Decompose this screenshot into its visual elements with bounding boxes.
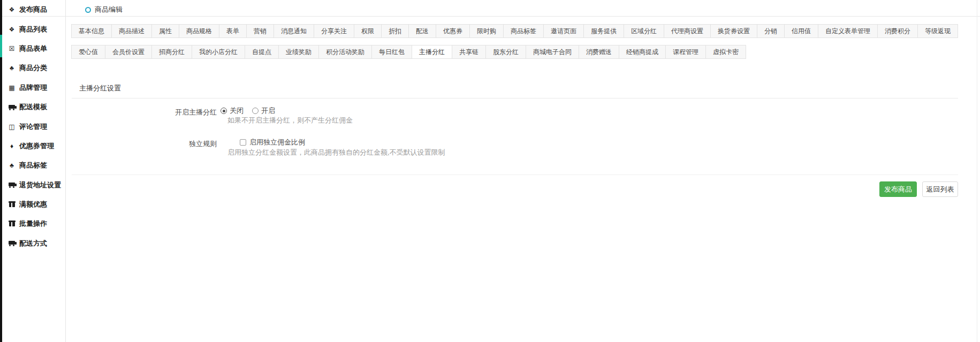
tab-item[interactable]: 消费赠送: [579, 45, 619, 59]
sidebar-item-label: 品牌管理: [19, 83, 47, 93]
footer-divider: [72, 174, 958, 175]
sidebar-item-coupon-management[interactable]: ♦优惠券管理: [2, 136, 65, 156]
tab-item[interactable]: 属性: [151, 24, 179, 38]
radio-option-open[interactable]: 开启: [252, 106, 275, 116]
sidebar-item-shipping-method[interactable]: 配送方式: [2, 234, 65, 253]
sidebar-item-label: 商品列表: [19, 25, 47, 34]
tab-item[interactable]: 自定义表单管理: [818, 24, 878, 38]
sidebar-item-label: 评论管理: [19, 122, 47, 132]
file-excel-icon: ☒: [8, 45, 16, 52]
sidebar-menu: ❖发布商品❖商品列表☒商品表单♣商品分类▦品牌管理配送模板◫评论管理♦优惠券管理…: [2, 0, 65, 253]
sidebar-item-full-discount[interactable]: 满额优惠: [2, 195, 65, 214]
section-title: 主播分红设置: [79, 83, 121, 93]
anchor-dividend-label: 开启主播分红: [72, 108, 217, 117]
radio-close-label[interactable]: 关闭: [230, 106, 244, 116]
tab-item[interactable]: 优惠券: [436, 24, 470, 38]
tab-item[interactable]: 代理商设置: [664, 24, 711, 38]
tab-item[interactable]: 爱心值: [71, 45, 105, 59]
cubes-icon: ❖: [8, 26, 16, 33]
independent-commission-checkbox-label[interactable]: 启用独立佣金比例: [249, 138, 305, 147]
tab-item[interactable]: 邀请页面: [543, 24, 584, 38]
gift-icon: [8, 221, 16, 226]
radio-open-icon[interactable]: [252, 108, 259, 114]
tab-item[interactable]: 课程管理: [665, 45, 706, 59]
tab-item[interactable]: 共享链: [452, 45, 486, 59]
sidebar-item-batch-operation[interactable]: 批量操作: [2, 214, 65, 233]
sidebar-item-label: 优惠券管理: [19, 141, 54, 151]
sidebar-item-label: 发布商品: [19, 5, 47, 14]
tab-item[interactable]: 会员价设置: [105, 45, 152, 59]
circle-status-icon: [85, 7, 91, 13]
radio-close-icon[interactable]: [221, 108, 227, 114]
tab-item[interactable]: 商品描述: [111, 24, 152, 38]
independent-rule-help: 启用独立分红金额设置，此商品拥有独自的分红金额,不受默认设置限制: [227, 148, 445, 157]
briefcase-icon: ▦: [8, 84, 16, 92]
tab-item[interactable]: 等级返现: [917, 24, 958, 38]
sidebar-item-product-tags[interactable]: ♣商品标签: [2, 156, 65, 175]
sidebar: ❖发布商品❖商品列表☒商品表单♣商品分类▦品牌管理配送模板◫评论管理♦优惠券管理…: [2, 0, 66, 342]
anchor-dividend-radio-group: 关闭 开启: [221, 106, 275, 116]
tab-item[interactable]: 折扣: [381, 24, 409, 38]
tab-item[interactable]: 营销: [246, 24, 274, 38]
gift-icon: [8, 202, 16, 207]
page-title: 商品编辑: [95, 5, 123, 14]
sidebar-item-label: 批量操作: [19, 219, 47, 229]
columns-icon: ◫: [8, 123, 16, 131]
tab-item[interactable]: 虚拟卡密: [705, 45, 746, 59]
tab-item[interactable]: 消息通知: [274, 24, 314, 38]
independent-rule-label: 独立规则: [72, 139, 217, 149]
sidebar-item-label: 商品表单: [19, 44, 47, 54]
tab-item-active[interactable]: 主播分红: [412, 45, 452, 59]
truck-icon: [8, 184, 16, 186]
sidebar-item-shipping-template[interactable]: 配送模板: [2, 97, 65, 117]
tab-item[interactable]: 经销商提成: [619, 45, 666, 59]
sidebar-item-label: 配送方式: [19, 239, 47, 248]
tab-item[interactable]: 服务提供: [583, 24, 624, 38]
tab-item[interactable]: 商城电子合同: [526, 45, 579, 59]
tab-item[interactable]: 我的小店分红: [192, 45, 245, 59]
tab-item[interactable]: 招商分红: [151, 45, 192, 59]
tab-item[interactable]: 商品标签: [503, 24, 544, 38]
sidebar-item-product-list[interactable]: ❖商品列表: [2, 19, 65, 39]
sidebar-item-return-address[interactable]: 退货地址设置: [2, 176, 65, 195]
independent-commission-checkbox[interactable]: [240, 139, 246, 146]
tab-item[interactable]: 限时购: [469, 24, 504, 38]
sidebar-item-review-management[interactable]: ◫评论管理: [2, 117, 65, 136]
sidebar-item-label: 商品分类: [19, 63, 47, 73]
cubes-icon: ❖: [8, 6, 16, 13]
sidebar-item-brand-management[interactable]: ▦品牌管理: [2, 78, 65, 97]
radio-open-label[interactable]: 开启: [261, 106, 275, 116]
tab-item[interactable]: 每日红包: [371, 45, 412, 59]
back-to-list-button[interactable]: 返回列表: [922, 181, 958, 197]
tab-item[interactable]: 分销: [757, 24, 785, 38]
sitemap-icon: ♣: [8, 162, 16, 169]
tab-item[interactable]: 表单: [219, 24, 247, 38]
tab-item[interactable]: 分享关注: [314, 24, 354, 38]
tab-item[interactable]: 自提点: [245, 45, 279, 59]
sidebar-item-label: 配送模板: [19, 102, 47, 112]
tab-item[interactable]: 配送: [408, 24, 436, 38]
tab-item[interactable]: 权限: [354, 24, 382, 38]
tab-item[interactable]: 信用值: [784, 24, 818, 38]
tab-item[interactable]: 换货券设置: [710, 24, 757, 38]
sidebar-item-label: 商品标签: [19, 161, 47, 170]
tab-item[interactable]: 商品规格: [179, 24, 219, 38]
tab-item[interactable]: 业绩奖励: [278, 45, 319, 59]
sidebar-item-label: 退货地址设置: [19, 180, 61, 190]
sidebar-item-product-category[interactable]: ♣商品分类: [2, 58, 65, 78]
publish-product-button[interactable]: 发布商品: [879, 181, 917, 197]
header-divider: [2, 16, 980, 17]
sidebar-item-product-form[interactable]: ☒商品表单: [2, 39, 65, 58]
radio-option-close[interactable]: 关闭: [221, 106, 244, 116]
tab-item[interactable]: 基本信息: [71, 24, 112, 38]
tab-item[interactable]: 积分活动奖励: [318, 45, 372, 59]
product-edit-page: ❖发布商品❖商品列表☒商品表单♣商品分类▦品牌管理配送模板◫评论管理♦优惠券管理…: [0, 0, 980, 342]
tab-item[interactable]: 股东分红: [485, 45, 526, 59]
tab-item[interactable]: 区域分红: [624, 24, 664, 38]
anchor-dividend-help: 如果不开启主播分红，则不产生分红佣金: [227, 116, 353, 125]
truck-icon: [8, 242, 16, 245]
truck-icon: [8, 106, 16, 109]
sidebar-item-label: 满额优惠: [19, 200, 47, 209]
tab-item[interactable]: 消费积分: [877, 24, 918, 38]
independent-rule-group: 启用独立佣金比例: [240, 138, 305, 147]
